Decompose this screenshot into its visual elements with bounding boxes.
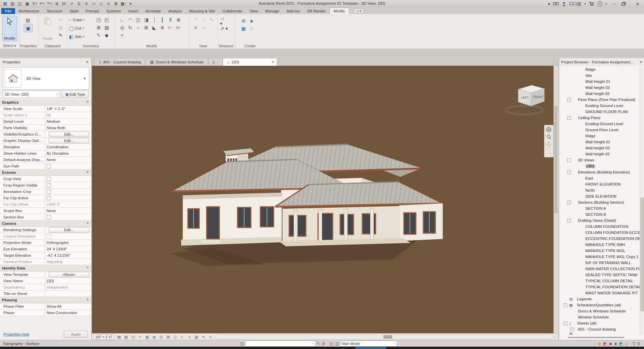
- ribbon-tab-steel[interactable]: Steel: [66, 8, 82, 14]
- split-with-gap-icon[interactable]: ┇: [158, 16, 166, 23]
- browser-item-label[interactable]: Drafting Views (Detail): [578, 218, 616, 222]
- trim-extend-multiple-icon[interactable]: ⊨: [174, 23, 182, 31]
- username[interactable]: 口口超: [569, 1, 581, 7]
- property-checkbox[interactable]: [47, 190, 51, 194]
- array-icon[interactable]: ⊞: [142, 23, 150, 31]
- workset-select[interactable]: ˅: [245, 341, 316, 347]
- browser-item-ridge[interactable]: Ridge: [559, 133, 640, 139]
- app-store-cart-icon[interactable]: [589, 2, 594, 6]
- browser-item-window-schedule[interactable]: Window Schedule: [559, 314, 640, 320]
- help-icon[interactable]: ?: [597, 1, 602, 6]
- project-properties-icon[interactable]: ▤: [9, 1, 16, 7]
- canvas-vscroll-thumb[interactable]: [554, 106, 557, 213]
- browser-item-sealed-type-septic-tank[interactable]: SEALED TYPE SEPTIC TANK: [559, 272, 640, 278]
- browser-item-label[interactable]: A01 - Council drawing: [578, 327, 616, 331]
- create-assembly-icon[interactable]: ▦: [239, 24, 248, 32]
- locked-3d-view-icon[interactable]: ◇: [172, 334, 179, 340]
- browser-item-label[interactable]: Window Schedule: [578, 315, 609, 319]
- collapse-chevron-icon[interactable]: ^: [87, 266, 89, 270]
- design-option-select[interactable]: Main Model˅: [340, 341, 397, 347]
- instance-dropdown-icon[interactable]: ˅: [56, 93, 58, 96]
- browser-item-label[interactable]: Wall heigth 02: [585, 92, 609, 96]
- property-checkbox[interactable]: [47, 177, 51, 181]
- browser-item-column-foundation[interactable]: COLUMN FOUNDATION: [559, 223, 640, 230]
- property-checkbox[interactable]: [47, 164, 51, 168]
- ribbon-tab-collaborate[interactable]: Collaborate: [219, 8, 246, 14]
- trim-extend-single-icon[interactable]: ⊢: [166, 23, 174, 31]
- browser-item-schedules-quantities-all-[interactable]: −▦Schedules/Quantities (all): [559, 302, 640, 308]
- redo-icon[interactable]: ↷▾: [46, 1, 53, 7]
- ribbon-tab-add-ins[interactable]: Add-Ins: [283, 8, 304, 14]
- browser-item-label[interactable]: Wall heigth 02: [585, 152, 609, 156]
- cut-profile-icon[interactable]: ≡: [192, 23, 200, 31]
- section-icon[interactable]: ◇: [98, 1, 105, 7]
- select-by-face-icon[interactable]: ◩: [619, 341, 623, 346]
- browser-item-label[interactable]: Sections (Building Section): [578, 200, 624, 204]
- cut-dropdown-icon[interactable]: ▾: [83, 27, 84, 30]
- collapse-expander-icon[interactable]: −: [567, 170, 571, 174]
- browser-item-north[interactable]: North: [559, 187, 640, 193]
- browser-horizontal-scrollbar[interactable]: [559, 335, 640, 339]
- browser-item-label[interactable]: Ridge: [585, 134, 595, 138]
- browser-item-rain-water-collection-pit[interactable]: RAIN WATER COLLECTION PIT: [559, 266, 640, 272]
- default-3d-view-icon[interactable]: ⌂▾: [90, 1, 97, 7]
- select-links-icon[interactable]: ◆: [609, 341, 612, 346]
- match-type-properties-icon[interactable]: ✎: [57, 31, 65, 39]
- property-value[interactable]: -41' 4 21/256": [47, 253, 70, 257]
- type-selector-dropdown-icon[interactable]: ▼: [83, 77, 86, 80]
- browser-item-label[interactable]: COLUMN FOUNDATION ECCE: [585, 231, 640, 235]
- ribbon-tab-massing-site[interactable]: Massing & Site: [186, 8, 219, 14]
- browser-item--3d-[interactable]: {3D}: [559, 163, 640, 169]
- modal-state-dropdown[interactable]: ▭ ▾: [354, 9, 364, 13]
- mirror-draw-axis-icon[interactable]: ◨: [142, 16, 150, 23]
- property-edit-button[interactable]: Edit...: [49, 138, 89, 143]
- browser-item-label[interactable]: Floor Plans (Floor Plan FInalized): [578, 98, 635, 102]
- worksharing-display-icon[interactable]: ◆: [598, 341, 601, 346]
- project-browser-close-icon[interactable]: ×: [640, 59, 642, 64]
- section-header-camera[interactable]: Camera^: [0, 220, 91, 227]
- tag-by-category-icon[interactable]: ①: [75, 1, 83, 7]
- browser-item-typical-column-detail[interactable]: TYPICAL COLUMN DETAIL: [559, 278, 640, 284]
- browser-item-label[interactable]: MANHOLE TYPE WGL Copy 1: [585, 255, 639, 259]
- browser-item-label[interactable]: Site: [585, 73, 592, 78]
- property-value[interactable]: Medium: [47, 119, 60, 123]
- browser-item-section-a[interactable]: SECTION A: [559, 205, 640, 211]
- collapse-expander-icon[interactable]: −: [567, 116, 571, 120]
- property-checkbox[interactable]: [47, 196, 51, 200]
- split-element-icon[interactable]: ┆: [150, 16, 158, 23]
- browser-item-wall-height-03[interactable]: Wall height 03: [559, 145, 640, 151]
- cut-geometry-button[interactable]: ◯Cut▾: [69, 24, 84, 32]
- property-value[interactable]: Show All: [47, 304, 61, 308]
- customize-qat-icon[interactable]: ▾: [127, 1, 134, 7]
- tab-close-icon[interactable]: ×: [272, 60, 274, 64]
- measure-icon[interactable]: ⊟▾: [61, 1, 68, 7]
- browser-item-3d-views[interactable]: −3D Views: [559, 157, 640, 163]
- text-icon[interactable]: A: [83, 1, 90, 7]
- close-button[interactable]: ×: [633, 1, 642, 7]
- background-processes-icon[interactable]: ◩: [603, 341, 607, 346]
- browser-item-site[interactable]: Site: [559, 72, 640, 79]
- browser-item-front-elevation[interactable]: FRONT ELEVATION: [559, 181, 640, 187]
- property-value[interactable]: None: [47, 158, 56, 162]
- cope-button[interactable]: ⌐Cope▾: [69, 16, 85, 23]
- collapse-chevron-icon[interactable]: ^: [87, 101, 89, 104]
- browser-item-legends[interactable]: ▤Legends: [559, 296, 640, 302]
- browser-item-manhole-type-wgl-copy-1[interactable]: MANHOLE TYPE WGL Copy 1: [559, 254, 640, 260]
- browser-item-exsiting-ground-level[interactable]: Exsiting Ground Level: [559, 103, 640, 109]
- browser-item-wall-heigth-02[interactable]: Wall heigth 02: [559, 151, 640, 157]
- apply-button[interactable]: Apply: [64, 331, 88, 338]
- browser-item-label[interactable]: Exsiting Ground Level: [585, 104, 623, 108]
- browser-item-side-elevation[interactable]: SIDE ELEVATION: [559, 193, 640, 199]
- browser-item-label[interactable]: SEALED TYPE SEPTIC TANK: [585, 273, 638, 277]
- document-tab-doors-windows-schedule[interactable]: ▦Doors & Windows Schedule: [146, 58, 208, 66]
- browser-item-partial[interactable]: ▦: [559, 332, 640, 335]
- type-properties-icon[interactable]: ▤: [24, 16, 32, 24]
- reveal-hidden-elements-icon[interactable]: ●: [186, 334, 193, 340]
- paint-icon[interactable]: ✎: [95, 31, 103, 39]
- mirror-pick-axis-icon[interactable]: ◫: [134, 16, 142, 23]
- resize-grip-icon[interactable]: ⁞⁞: [554, 335, 557, 339]
- measure-between-references-icon[interactable]: ↔ ▾: [220, 17, 228, 24]
- browser-item-ceiling-plans[interactable]: −Ceiling Plans: [559, 115, 640, 121]
- browser-item-wast-water-soakage-pit[interactable]: WAST WATER SOAKAGE PIT: [559, 290, 640, 296]
- section-header-graphics[interactable]: Graphics^: [0, 99, 91, 106]
